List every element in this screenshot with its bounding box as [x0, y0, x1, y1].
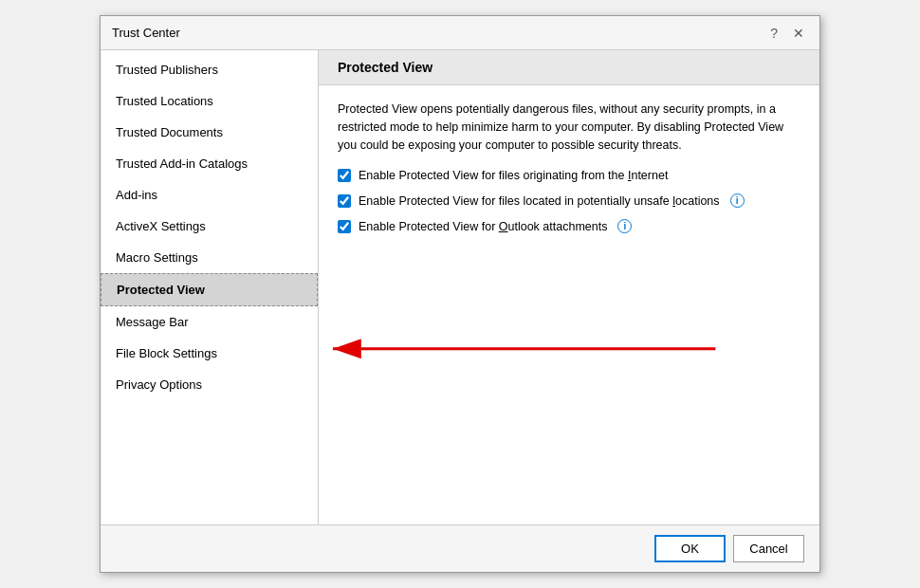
checkbox-unsafe-label: Enable Protected View for files located …: [359, 194, 720, 208]
checkbox-unsafe-input[interactable]: [338, 194, 351, 208]
title-bar-controls: ? ✕: [766, 25, 808, 42]
sidebar-item-file-block-settings[interactable]: File Block Settings: [101, 338, 318, 369]
sidebar-item-add-ins[interactable]: Add-ins: [101, 179, 318, 211]
checkbox-outlook: Enable Protected View for Outlook attach…: [338, 219, 800, 233]
dialog-title: Trust Center: [112, 26, 180, 40]
checkbox-outlook-label: Enable Protected View for Outlook attach…: [359, 220, 607, 233]
content-body: Protected View opens potentially dangero…: [319, 85, 819, 260]
sidebar-item-protected-view[interactable]: Protected View: [101, 273, 318, 306]
checkbox-internet-input[interactable]: [338, 169, 351, 182]
title-bar: Trust Center ? ✕: [101, 16, 819, 50]
content-area: Protected View Protected View opens pote…: [319, 50, 819, 524]
ok-button[interactable]: OK: [654, 535, 726, 562]
sidebar-item-trusted-addin-catalogs[interactable]: Trusted Add-in Catalogs: [101, 148, 318, 179]
description-text: Protected View opens potentially dangero…: [338, 101, 800, 154]
underline-l: l: [672, 194, 675, 208]
checkbox-internet: Enable Protected View for files originat…: [338, 169, 800, 182]
dialog-body: Trusted PublishersTrusted LocationsTrust…: [101, 50, 819, 524]
sidebar-item-trusted-locations[interactable]: Trusted Locations: [101, 85, 318, 117]
sidebar-item-macro-settings[interactable]: Macro Settings: [101, 242, 318, 273]
sidebar-item-privacy-options[interactable]: Privacy Options: [101, 369, 318, 400]
close-button[interactable]: ✕: [789, 25, 808, 42]
help-button[interactable]: ?: [766, 25, 782, 42]
sidebar-item-message-bar[interactable]: Message Bar: [101, 306, 318, 338]
sidebar-item-activex-settings[interactable]: ActiveX Settings: [101, 211, 318, 242]
info-icon-outlook[interactable]: i: [617, 219, 632, 233]
checkbox-unsafe: Enable Protected View for files located …: [338, 193, 800, 208]
cancel-button[interactable]: Cancel: [733, 535, 804, 562]
checkbox-internet-label: Enable Protected View for files originat…: [359, 169, 668, 182]
checkbox-outlook-input[interactable]: [338, 220, 351, 233]
content-header-title: Protected View: [338, 60, 432, 75]
underline-o: O: [499, 220, 508, 233]
sidebar-item-trusted-documents[interactable]: Trusted Documents: [101, 117, 318, 148]
sidebar-item-trusted-publishers[interactable]: Trusted Publishers: [101, 54, 318, 85]
sidebar: Trusted PublishersTrusted LocationsTrust…: [101, 50, 319, 524]
trust-center-dialog: Trust Center ? ✕ Trusted PublishersTrust…: [100, 15, 820, 573]
content-header: Protected View: [319, 50, 819, 85]
dialog-footer: OK Cancel: [101, 524, 819, 572]
underline-i: I: [628, 169, 631, 182]
info-icon-unsafe[interactable]: i: [730, 193, 745, 208]
